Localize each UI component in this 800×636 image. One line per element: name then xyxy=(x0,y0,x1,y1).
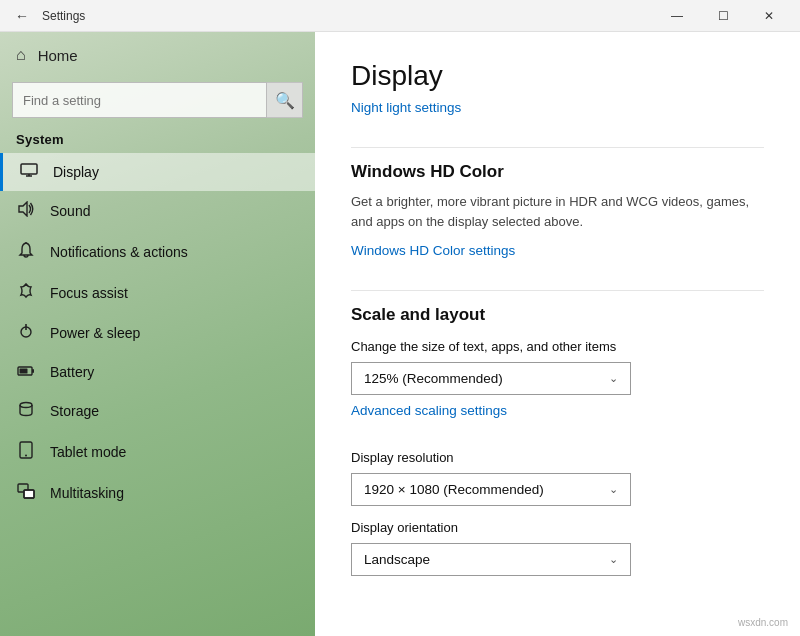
hd-color-link[interactable]: Windows HD Color settings xyxy=(351,243,515,258)
svg-point-9 xyxy=(20,403,32,408)
display-icon xyxy=(19,163,39,181)
orientation-value: Landscape xyxy=(364,552,430,567)
sidebar-item-power-label: Power & sleep xyxy=(50,325,140,341)
sidebar-item-tablet[interactable]: Tablet mode xyxy=(0,431,315,473)
sidebar-section-label: System xyxy=(0,126,315,153)
sound-icon xyxy=(16,201,36,221)
power-icon xyxy=(16,323,36,343)
svg-rect-7 xyxy=(32,369,34,373)
multitasking-icon xyxy=(16,483,36,503)
sidebar: ⌂ Home 🔍 System Display xyxy=(0,32,315,636)
window-controls: — ☐ ✕ xyxy=(654,0,792,32)
night-light-link[interactable]: Night light settings xyxy=(351,100,461,115)
storage-icon xyxy=(16,401,36,421)
sidebar-item-tablet-label: Tablet mode xyxy=(50,444,126,460)
resolution-dropdown[interactable]: 1920 × 1080 (Recommended) ⌄ xyxy=(351,473,631,506)
sidebar-home[interactable]: ⌂ Home xyxy=(0,32,315,78)
sidebar-item-notifications-label: Notifications & actions xyxy=(50,244,188,260)
sidebar-item-focus[interactable]: Focus assist xyxy=(0,273,315,313)
sidebar-item-battery-label: Battery xyxy=(50,364,94,380)
sidebar-item-multitasking[interactable]: Multitasking xyxy=(0,473,315,513)
search-input[interactable] xyxy=(13,93,266,108)
sidebar-item-display-label: Display xyxy=(53,164,99,180)
hd-color-title: Windows HD Color xyxy=(351,162,764,182)
battery-icon xyxy=(16,363,36,381)
notifications-icon xyxy=(16,241,36,263)
divider-2 xyxy=(351,290,764,291)
sidebar-item-storage[interactable]: Storage xyxy=(0,391,315,431)
minimize-button[interactable]: — xyxy=(654,0,700,32)
hd-color-description: Get a brighter, more vibrant picture in … xyxy=(351,192,764,231)
sidebar-item-multitasking-label: Multitasking xyxy=(50,485,124,501)
sidebar-item-storage-label: Storage xyxy=(50,403,99,419)
svg-marker-3 xyxy=(19,202,27,216)
sidebar-item-sound-label: Sound xyxy=(50,203,90,219)
back-button[interactable]: ← xyxy=(8,2,36,30)
main-container: ⌂ Home 🔍 System Display xyxy=(0,32,800,636)
scale-value: 125% (Recommended) xyxy=(364,371,503,386)
scale-label: Change the size of text, apps, and other… xyxy=(351,339,764,354)
tablet-icon xyxy=(16,441,36,463)
home-label: Home xyxy=(38,47,78,64)
orientation-chevron-icon: ⌄ xyxy=(609,553,618,566)
sidebar-item-notifications[interactable]: Notifications & actions xyxy=(0,231,315,273)
svg-rect-13 xyxy=(24,490,34,498)
svg-rect-8 xyxy=(20,369,28,374)
sidebar-item-power[interactable]: Power & sleep xyxy=(0,313,315,353)
svg-rect-0 xyxy=(21,164,37,174)
right-panel: Display Night light settings Windows HD … xyxy=(315,32,800,636)
close-button[interactable]: ✕ xyxy=(746,0,792,32)
focus-icon xyxy=(16,283,36,303)
advanced-scaling-link[interactable]: Advanced scaling settings xyxy=(351,403,507,418)
watermark: wsxdn.com xyxy=(738,617,788,628)
search-button[interactable]: 🔍 xyxy=(266,82,302,118)
search-icon: 🔍 xyxy=(275,91,295,110)
title-bar-title: Settings xyxy=(42,9,654,23)
scale-section-title: Scale and layout xyxy=(351,305,764,325)
sidebar-item-battery[interactable]: Battery xyxy=(0,353,315,391)
orientation-dropdown[interactable]: Landscape ⌄ xyxy=(351,543,631,576)
scale-chevron-icon: ⌄ xyxy=(609,372,618,385)
scale-dropdown[interactable]: 125% (Recommended) ⌄ xyxy=(351,362,631,395)
resolution-value: 1920 × 1080 (Recommended) xyxy=(364,482,544,497)
sidebar-item-focus-label: Focus assist xyxy=(50,285,128,301)
sidebar-item-display[interactable]: Display xyxy=(0,153,315,191)
title-bar: ← Settings — ☐ ✕ xyxy=(0,0,800,32)
divider-1 xyxy=(351,147,764,148)
orientation-label: Display orientation xyxy=(351,520,764,535)
svg-point-11 xyxy=(25,455,27,457)
resolution-chevron-icon: ⌄ xyxy=(609,483,618,496)
maximize-button[interactable]: ☐ xyxy=(700,0,746,32)
search-box: 🔍 xyxy=(12,82,303,118)
sidebar-item-sound[interactable]: Sound xyxy=(0,191,315,231)
page-title: Display xyxy=(351,60,764,92)
home-icon: ⌂ xyxy=(16,46,26,64)
resolution-label: Display resolution xyxy=(351,450,764,465)
